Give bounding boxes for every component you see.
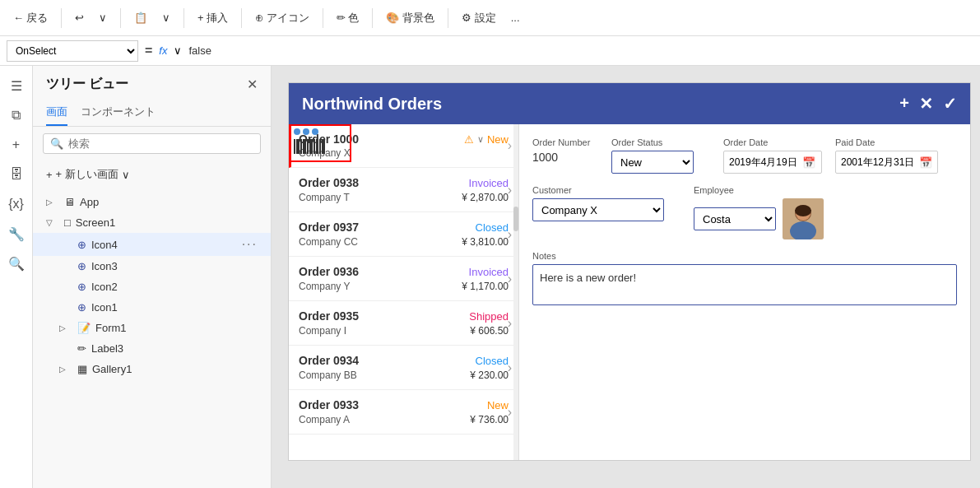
label3-label: Label3 [91,342,258,355]
order-item-0[interactable]: Order 1000 ⚠ ∨ New Company X › [289,124,518,168]
fx-button[interactable]: fx [159,44,167,57]
form1-icon: 📝 [77,322,91,334]
app-body: Order 1000 ⚠ ∨ New Company X › [289,124,970,460]
plus-icon-btn[interactable]: + [3,132,30,158]
calendar-icon[interactable]: 📅 [802,156,815,169]
search-input[interactable] [68,137,253,150]
toolbar-divider-2 [120,8,121,28]
menu-icon-btn[interactable]: ☰ [3,72,30,99]
back-button[interactable]: ← 戻る [8,7,53,29]
app-title: Northwind Orders [302,95,442,114]
order-item-3[interactable]: Order 0936 Invoiced Company Y ¥ 1,170.00… [289,257,518,301]
app-close-icon[interactable]: ✕ [919,94,933,114]
app-icon: 🖥 [64,196,75,208]
gallery1-label: Gallery1 [92,363,258,375]
employee-field: Employee Costa [694,185,824,239]
detail-row-2: Customer Company X Employee [532,185,957,239]
order-date-value: 2019年4月19日 [729,156,797,170]
toolbar-divider-4 [241,8,242,28]
order-date-input[interactable]: 2019年4月19日 📅 [723,151,822,174]
order-item-5[interactable]: Order 0934 Closed Company BB ¥ 230.00 › [289,346,518,390]
tree-item-gallery1[interactable]: ▷ ▦ Gallery1 [33,359,271,379]
tree-item-screen1[interactable]: ▽ □ Screen1 [33,212,271,233]
copy-button[interactable]: 📋 [129,8,152,27]
order-status-select[interactable]: New [611,151,694,174]
layers-icon-btn[interactable]: ⧉ [3,102,30,128]
code-icon-btn[interactable]: {x} [3,191,30,217]
more-button[interactable]: ... [506,8,525,27]
gallery1-expand-icon: ▷ [59,365,72,374]
paid-date-field: Paid Date 2001年12月31日 📅 [835,137,938,174]
tree-panel: ツリー ビュー ✕ 画面 コンポーネント 🔍 + + 新しい画面 ∨ ▷ 🖥 A… [33,66,272,488]
tree-item-icon1[interactable]: ⊕ Icon1 [33,297,271,318]
icon2-label: Icon2 [91,281,258,293]
app-header-actions: + ✕ ✓ [899,94,957,114]
order-3-number: Order 0936 [299,265,359,278]
order-1-number: Order 0938 [299,176,359,189]
detail-panel: Order Number 1000 Order Status New [519,124,970,460]
order-list[interactable]: Order 1000 ⚠ ∨ New Company X › [289,124,519,460]
data-icon-btn[interactable]: 🗄 [3,161,30,188]
settings-button[interactable]: ⚙ 設定 [457,7,501,29]
tree-item-label3[interactable]: ✏ Label3 [33,338,271,359]
new-screen-chevron: ∨ [122,169,130,181]
order-0-status: New [487,133,509,146]
paid-calendar-icon[interactable]: 📅 [919,156,932,169]
svg-point-4 [795,205,811,216]
order-item-2[interactable]: Order 0937 Closed Company CC ¥ 3,810.00 … [289,212,518,257]
insert-button[interactable]: + 挿入 [193,7,233,29]
tree-item-app[interactable]: ▷ 🖥 App [33,192,271,212]
customer-field: Customer Company X [532,185,680,221]
toolbar-divider-1 [61,8,62,28]
order-number-label: Order Number [532,137,598,147]
order-status-field: Order Status New [611,137,710,174]
tree-item-icon4[interactable]: ⊕ Icon4 ··· [33,233,271,256]
tree-search: 🔍 [43,133,261,154]
notes-input[interactable]: Here is a new order! [532,264,957,305]
order-item-4[interactable]: Order 0935 Shipped Company I ¥ 606.50 › [289,301,518,346]
new-screen-button[interactable]: + + 新しい画面 ∨ [43,164,261,185]
notes-label: Notes [532,251,957,261]
order-4-amount: ¥ 606.50 [470,325,509,337]
order-item-6[interactable]: Order 0933 New Company A ¥ 736.00 › [289,390,518,435]
order-0-chevron-icon: ∨ [477,134,484,145]
order-item-1[interactable]: Order 0938 Invoiced Company T ¥ 2,870.00… [289,168,518,212]
color-button[interactable]: ✏ 色 [332,7,365,29]
icon4-dots-button[interactable]: ··· [242,237,258,252]
icon4-icon: ⊕ [77,239,86,251]
app-add-icon[interactable]: + [899,94,909,114]
undo-dropdown[interactable]: ∨ [94,8,112,27]
tree-tabs: 画面 コンポーネント [33,100,271,127]
formula-chevron[interactable]: ∨ [174,44,182,57]
back-arrow-icon: ← [13,12,24,24]
order-2-arrow: › [508,227,512,242]
order-6-company: Company A [299,414,350,425]
tree-close-button[interactable]: ✕ [247,77,258,92]
undo-button[interactable]: ↩ [70,8,89,27]
tree-item-icon2[interactable]: ⊕ Icon2 [33,277,271,297]
formula-input[interactable] [188,40,973,62]
tree-item-form1[interactable]: ▷ 📝 Form1 [33,318,271,338]
app-label: App [80,196,258,208]
list-scrollbar[interactable] [513,124,518,460]
order-4-status: Shipped [469,310,509,323]
search-icon: 🔍 [50,137,63,150]
employee-select[interactable]: Costa [694,207,776,230]
icon-button[interactable]: ⊕ アイコン [250,7,314,29]
search-icon-btn[interactable]: 🔍 [3,250,30,277]
tree-item-icon3[interactable]: ⊕ Icon3 [33,256,271,277]
order-1-arrow: › [508,183,512,198]
paid-date-input[interactable]: 2001年12月31日 📅 [835,151,938,174]
customer-select[interactable]: Company X [532,198,664,221]
tab-component[interactable]: コンポーネント [81,100,156,126]
tool-icon-btn[interactable]: 🔧 [3,221,30,247]
order-5-number: Order 0934 [299,354,359,367]
order-6-status: New [487,399,509,411]
order-4-company: Company I [299,325,346,337]
bg-color-button[interactable]: 🎨 背景色 [381,7,439,29]
formula-select[interactable]: OnSelect [7,40,138,62]
app-check-icon[interactable]: ✓ [943,94,957,114]
order-6-number: Order 0933 [299,398,359,411]
tab-screen[interactable]: 画面 [46,100,67,126]
copy-dropdown[interactable]: ∨ [157,8,175,27]
